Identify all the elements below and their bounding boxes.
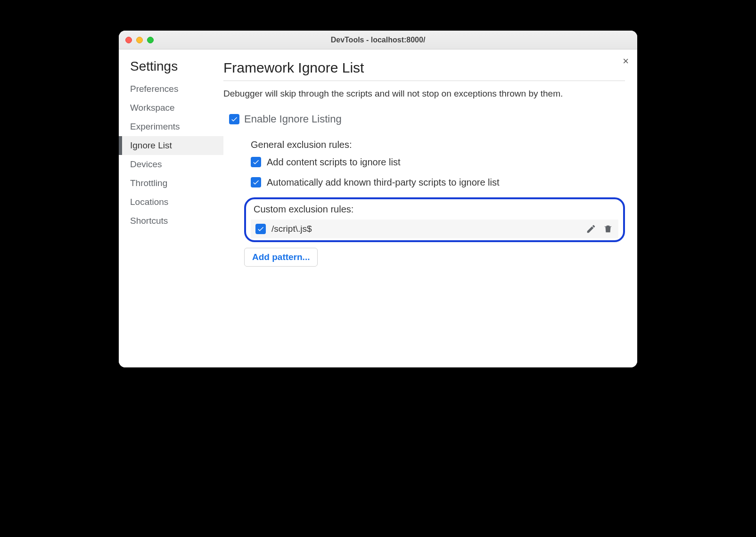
general-rules-section: General exclusion rules: Add content scr… [251,139,625,188]
pencil-icon [586,224,596,234]
settings-body: × Settings Preferences Workspace Experim… [119,49,637,367]
check-icon [252,158,260,166]
sidebar-item-workspace[interactable]: Workspace [119,98,223,117]
general-rules-title: General exclusion rules: [251,139,625,150]
check-icon [252,179,260,186]
sidebar-item-ignore-list[interactable]: Ignore List [119,136,223,155]
check-icon [257,225,264,233]
content-scripts-rule-row: Add content scripts to ignore list [251,157,625,168]
custom-rules-highlight: Custom exclusion rules: /script\.js$ [244,197,625,242]
edit-rule-button[interactable] [585,223,597,235]
trash-icon [603,224,613,234]
sidebar-item-shortcuts[interactable]: Shortcuts [119,212,223,230]
traffic-lights [125,37,154,43]
third-party-rule-row: Automatically add known third-party scri… [251,177,625,188]
window-titlebar: DevTools - localhost:8000/ [119,31,637,49]
add-pattern-label: Add pattern... [252,252,310,262]
window-title: DevTools - localhost:8000/ [119,36,637,44]
sidebar-item-label: Locations [130,197,168,207]
sidebar-item-label: Throttling [130,178,167,188]
sidebar-item-label: Experiments [130,122,180,131]
sidebar-item-locations[interactable]: Locations [119,193,223,212]
sidebar-item-label: Preferences [130,84,178,94]
third-party-label: Automatically add known third-party scri… [267,177,500,188]
window-close-button[interactable] [125,37,132,43]
custom-rule-row: /script\.js$ [251,220,618,238]
enable-ignore-listing-checkbox[interactable] [229,114,239,124]
sidebar-item-experiments[interactable]: Experiments [119,117,223,136]
sidebar-item-preferences[interactable]: Preferences [119,80,223,98]
window-minimize-button[interactable] [136,37,143,43]
custom-rule-checkbox[interactable] [255,224,266,234]
sidebar-item-label: Shortcuts [130,216,168,226]
check-icon [230,115,238,123]
enable-ignore-listing-row: Enable Ignore Listing [229,113,625,125]
content-scripts-checkbox[interactable] [251,157,261,167]
page-title: Framework Ignore List [223,60,625,81]
window-zoom-button[interactable] [147,37,154,43]
settings-sidebar: Settings Preferences Workspace Experimen… [119,49,223,367]
sidebar-item-throttling[interactable]: Throttling [119,174,223,193]
sidebar-item-label: Workspace [130,103,175,113]
delete-rule-button[interactable] [602,223,614,235]
page-description: Debugger will skip through the scripts a… [223,88,625,100]
enable-ignore-listing-label: Enable Ignore Listing [244,113,342,125]
sidebar-item-label: Ignore List [130,140,172,150]
settings-main: Framework Ignore List Debugger will skip… [223,49,637,367]
close-settings-button[interactable]: × [623,56,629,66]
devtools-window: DevTools - localhost:8000/ × Settings Pr… [119,31,637,367]
custom-rule-pattern: /script\.js$ [271,224,580,234]
sidebar-item-devices[interactable]: Devices [119,155,223,174]
sidebar-title: Settings [119,59,223,80]
add-pattern-button[interactable]: Add pattern... [244,248,318,267]
sidebar-item-label: Devices [130,159,162,169]
third-party-checkbox[interactable] [251,177,261,187]
custom-rules-title: Custom exclusion rules: [254,204,618,215]
content-scripts-label: Add content scripts to ignore list [267,157,400,168]
